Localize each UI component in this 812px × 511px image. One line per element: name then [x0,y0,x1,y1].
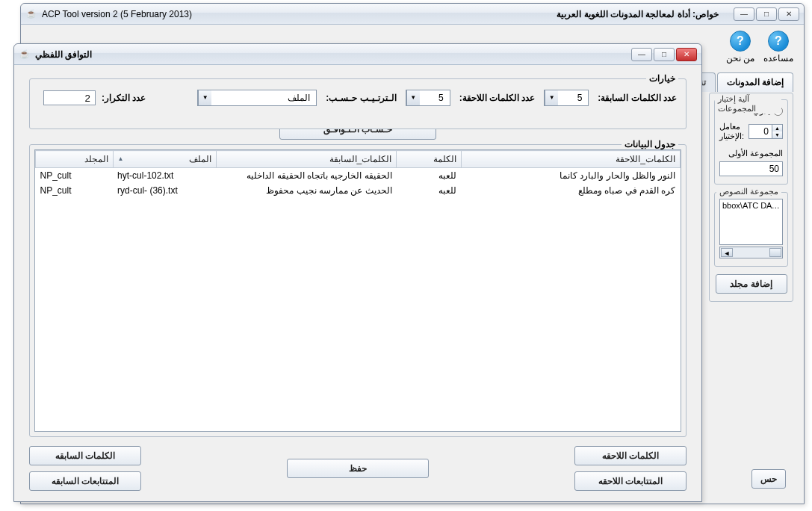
modal-close-button[interactable]: ✕ [676,48,697,61]
main-title-right: خواص: أداة لمعالجة المدونات اللغوية العر… [557,9,719,19]
next-words-value: 5 [420,93,450,103]
close-button[interactable]: ✕ [778,7,799,21]
cell-next: النور والظل والحار والبارد كانما [461,168,680,184]
maximize-button[interactable]: □ [756,7,777,21]
text-set-fieldset: مجموعة النصوص bbox\ATC DATA SET\N ◄ [714,192,788,267]
spin-up-icon[interactable]: ▲ [772,125,782,131]
about-label: من نحن [726,53,754,64]
text-set-legend: مجموعة النصوص [716,187,781,196]
first-group-input[interactable] [719,161,783,176]
options-fieldset: خيارات عدد الكلمات السابقة: 5 ▼ عدد الكل… [29,78,687,129]
cell-prev: الحديث عن ممارسه نجيب محفوظ [216,183,397,198]
save-button[interactable]: حفظ [287,459,429,478]
prev-words-value: 5 [558,93,588,103]
data-legend: جدول البيانات [622,139,678,149]
modal-minimize-button[interactable]: — [631,48,652,61]
repeat-label: عدد التكرار: [102,93,146,103]
prev-collocates-button[interactable]: المتتابعات السابقه [29,471,141,491]
col-word[interactable]: الكلمة [397,151,461,168]
next-words-label: عدد الكلمات اللاحقة: [459,93,536,103]
col-folder[interactable]: المجلد [36,151,114,168]
first-group-label: المجموعة الأولى [719,149,783,158]
main-title-bar: ☕ ACP Tool version 2 (5 February 2013) خ… [21,4,804,25]
group-mechanism-legend: آلية إختيار المجموعات [715,94,781,114]
coef-input[interactable] [749,126,772,137]
dropdown-icon[interactable]: ▼ [545,90,558,105]
cell-folder: NP_cult [36,183,114,198]
next-words-button[interactable]: الكلمات اللاحقه [574,446,687,465]
add-folder-button[interactable]: إضافة مجلد [716,274,787,294]
next-collocates-button[interactable]: المتتابعات اللاحقه [574,471,687,491]
table-row[interactable]: NP_culthyt-cul-102.txtالحقيقه الخارجيه ب… [36,168,681,184]
coef-label: معامل الإختيار: [719,122,746,141]
tab-add-corpora[interactable]: إضافة المدونات [717,72,793,92]
dropdown-icon[interactable]: ▼ [198,90,211,105]
coef-spinner[interactable]: ▲▼ [749,124,783,139]
about-button[interactable]: ? من نحن [726,31,754,64]
cell-word: للعبه [397,183,461,198]
group-mechanism-fieldset: آلية إختيار المجموعات يدوي معامل الإختيا… [714,99,788,185]
options-legend: خيارات [646,73,678,84]
modal-title-bar: ☕ التوافق اللفظي — □ ✕ [14,44,701,65]
question-icon: ? [730,31,751,52]
cell-folder: NP_cult [36,168,114,184]
prev-words-combo[interactable]: 5 ▼ [544,90,589,106]
spin-down-icon[interactable]: ▼ [772,131,782,138]
data-fieldset: جدول البيانات المجلد الملف الكلمات_الساب… [29,144,687,437]
dropdown-icon[interactable]: ▼ [406,90,420,105]
java-icon: ☕ [25,8,37,20]
help-button[interactable]: ? مساعده [763,31,793,64]
text-set-list[interactable]: bbox\ATC DATA SET\N [719,199,783,245]
main-title-left: ACP Tool version 2 (5 February 2013) [42,9,192,19]
side-panel: آلية إختيار المجموعات يدوي معامل الإختيا… [709,93,793,302]
concordance-window: ☕ التوافق اللفظي — □ ✕ خيارات عدد الكلما… [13,43,702,502]
prev-words-button[interactable]: الكلمات السابقه [29,446,141,465]
modal-title: التوافق اللفظي [35,49,92,60]
sort-combo[interactable]: الملف ▼ [197,90,317,106]
question-icon: ? [768,31,789,52]
scroll-left-icon[interactable]: ◄ [721,248,733,257]
text-set-scrollbar[interactable]: ◄ [719,247,783,258]
cell-file: ryd-cul- (36).txt [113,183,216,198]
data-table-wrap: المجلد الملف الكلمات_السابقة الكلمة الكل… [34,149,681,432]
cell-next: كره القدم في صباه ومطلع [461,183,680,198]
sort-value: الملف [211,93,316,103]
modal-maximize-button[interactable]: □ [654,48,675,61]
sort-label: الـترتـيـب حـسـب: [326,93,396,103]
repeat-input[interactable] [43,90,96,105]
java-icon: ☕ [19,49,31,61]
table-row[interactable]: NP_cultryd-cul- (36).txtالحديث عن ممارسه… [36,183,681,198]
partial-button[interactable]: حس [751,469,786,489]
col-prev[interactable]: الكلمات_السابقة [216,151,397,168]
data-table: المجلد الملف الكلمات_السابقة الكلمة الكل… [35,150,681,198]
col-file[interactable]: الملف [113,151,216,168]
cell-file: hyt-cul-102.txt [113,168,216,184]
next-words-combo[interactable]: 5 ▼ [406,90,450,106]
scroll-thumb[interactable] [769,248,781,257]
help-label: مساعده [763,53,793,64]
col-next[interactable]: الكلمات_اللاحقة [461,151,680,168]
cell-prev: الحقيقه الخارجيه باتجاه الحقيقه الداخليه [216,168,397,184]
minimize-button[interactable]: — [734,7,754,21]
cell-word: للعبه [397,168,461,184]
prev-words-label: عدد الكلمات السابقة: [598,93,677,103]
